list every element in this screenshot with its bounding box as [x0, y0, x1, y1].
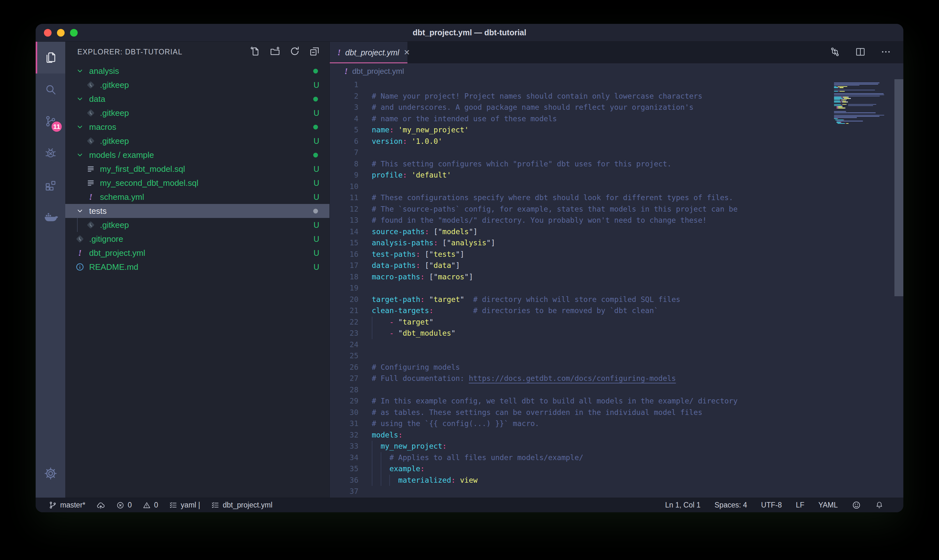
line-number: 14 [330, 226, 359, 238]
tree-item-data[interactable]: data [65, 92, 329, 106]
status-indentation[interactable]: Spaces: 4 [714, 501, 747, 509]
code-line: 26# Configuring models [330, 362, 904, 373]
close-window-button[interactable] [44, 29, 52, 37]
minimap[interactable] [834, 81, 888, 125]
activity-bar-extensions[interactable] [35, 169, 65, 201]
code-token: : [429, 306, 434, 315]
status-branch[interactable]: master* [48, 501, 85, 509]
folder-changes-dot [313, 125, 318, 129]
status-feedback[interactable] [852, 500, 861, 510]
minimap-bar [834, 100, 840, 101]
refresh-button[interactable] [289, 46, 300, 58]
code-token: "] [469, 228, 478, 236]
tree-item-gitkeep[interactable]: .gitkeepU [65, 134, 329, 148]
indent-guide [381, 463, 381, 475]
open-changes-button[interactable] [830, 46, 840, 58]
activity-bar-source-control[interactable]: 11 [35, 105, 65, 137]
activity-bar: 11 [35, 42, 65, 498]
git-status-badge: U [314, 178, 319, 188]
code-line: 23 - "dbt_modules" [330, 328, 904, 339]
line-number: 10 [330, 181, 359, 192]
status-language-mode[interactable]: YAML [818, 501, 838, 509]
code-line: 8# This setting configures which "profil… [330, 158, 904, 170]
status-yaml-schema[interactable]: yaml | [169, 501, 200, 509]
indent-guide [389, 475, 390, 486]
new-file-button[interactable] [250, 46, 261, 58]
code-token: " [398, 329, 403, 337]
code-area[interactable]: 12# Name your project! Project names sho… [330, 79, 904, 498]
activity-bar-explorer[interactable] [35, 42, 65, 74]
status-label: 0 [128, 501, 132, 509]
explorer-header: EXPLORER: DBT-TUTORIAL [65, 42, 329, 62]
minimize-window-button[interactable] [57, 29, 65, 37]
maximize-window-button[interactable] [70, 29, 78, 37]
vscode-window: dbt_project.yml — dbt-tutorial 11 EXPLOR… [35, 24, 904, 512]
activity-bar-debug[interactable] [35, 137, 65, 169]
tree-item-macros[interactable]: macros [65, 120, 329, 134]
close-tab-icon[interactable]: ✕ [403, 49, 410, 56]
code-token: : [425, 228, 429, 236]
split-editor-button[interactable] [855, 46, 866, 58]
code-line: 1 [330, 79, 904, 91]
line-number: 36 [330, 475, 359, 486]
activity-bar-settings[interactable] [35, 457, 65, 489]
activity-bar-docker[interactable] [35, 201, 65, 232]
file-name: models / example [89, 150, 154, 160]
more-actions-button[interactable] [881, 46, 891, 58]
tree-item-gitkeep[interactable]: .gitkeepU [65, 106, 329, 120]
status-cursor-position[interactable]: Ln 1, Col 1 [665, 501, 700, 509]
minimap-bar [834, 93, 884, 94]
folder-changes-dot [313, 69, 318, 74]
status-bar-right: Ln 1, Col 1Spaces: 4UTF-8LFYAML [665, 500, 884, 510]
activity-bar-search[interactable] [35, 74, 65, 105]
status-notifications[interactable] [875, 501, 884, 509]
tree-item-my-first-dbt-model-sql[interactable]: my_first_dbt_model.sqlU [65, 162, 329, 176]
tree-item-analysis[interactable]: analysis [65, 64, 329, 78]
file-name: .gitignore [89, 234, 123, 244]
tree-item-gitkeep[interactable]: .gitkeepU [65, 78, 329, 92]
tree-item-readme-md[interactable]: README.mdU [65, 260, 329, 274]
code-token [407, 137, 412, 145]
status-label: Ln 1, Col 1 [665, 501, 700, 509]
line-number: 12 [330, 204, 359, 215]
minimap-bar [834, 84, 878, 84]
tree-item-dbt-project-yml[interactable]: !dbt_project.ymlU [65, 246, 329, 260]
explorer-icon [44, 51, 57, 64]
line-number: 24 [330, 339, 359, 351]
status-label: master* [60, 501, 85, 509]
code-token: [" [425, 250, 434, 258]
minimap-bar [834, 115, 884, 115]
collapse-all-button[interactable] [309, 46, 320, 58]
status-warnings[interactable]: 0 [143, 501, 158, 509]
status-errors[interactable]: 0 [116, 501, 132, 509]
tree-item-tests[interactable]: tests [65, 204, 329, 218]
new-folder-button[interactable] [269, 46, 280, 58]
file-name: dbt_project.yml [89, 248, 145, 258]
breadcrumb-label: dbt_project.yml [353, 67, 404, 76]
git-status-badge: U [314, 263, 319, 272]
line-number: 8 [330, 158, 359, 170]
code-line: 18macro-paths: ["macros"] [330, 271, 904, 283]
minimap-bar [839, 87, 844, 88]
chevron-down-icon [75, 66, 85, 75]
tab-dbt-project-yml[interactable]: ! dbt_project.yml ✕ [330, 42, 408, 63]
tree-item-gitignore[interactable]: .gitignoreU [65, 232, 329, 246]
tree-item-models-example[interactable]: models / example [65, 148, 329, 162]
status-yaml-file[interactable]: dbt_project.yml [211, 501, 272, 509]
minimap-bar [850, 98, 851, 98]
error-icon [116, 501, 125, 509]
tree-item-my-second-dbt-model-sql[interactable]: my_second_dbt_model.sqlU [65, 176, 329, 190]
file-name: analysis [89, 66, 119, 76]
line-number: 31 [330, 418, 359, 429]
editor-scrollbar[interactable] [894, 79, 904, 296]
git-status-badge: U [314, 165, 319, 174]
code-line: 9profile: 'default' [330, 169, 904, 181]
line-number: 23 [330, 328, 359, 339]
status-encoding[interactable]: UTF-8 [761, 501, 782, 509]
status-eol[interactable]: LF [796, 501, 804, 509]
code-token [425, 273, 429, 281]
breadcrumb[interactable]: ! dbt_project.yml [330, 63, 904, 79]
tree-item-schema-yml[interactable]: !schema.ymlU [65, 190, 329, 204]
tree-item-gitkeep[interactable]: .gitkeepU [65, 218, 329, 232]
status-sync[interactable] [96, 500, 105, 510]
